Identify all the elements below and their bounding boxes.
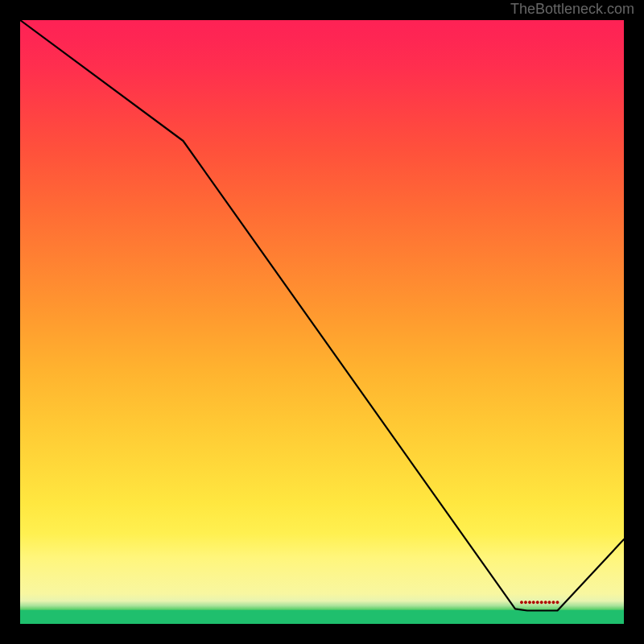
hotspot-label: ●●●●●●●●●●: [519, 598, 559, 606]
chart-svg: [20, 20, 624, 624]
chart-frame: ●●●●●●●●●●: [20, 20, 624, 624]
attribution-label: TheBottleneck.com: [510, 1, 634, 18]
series-line: [20, 20, 624, 611]
